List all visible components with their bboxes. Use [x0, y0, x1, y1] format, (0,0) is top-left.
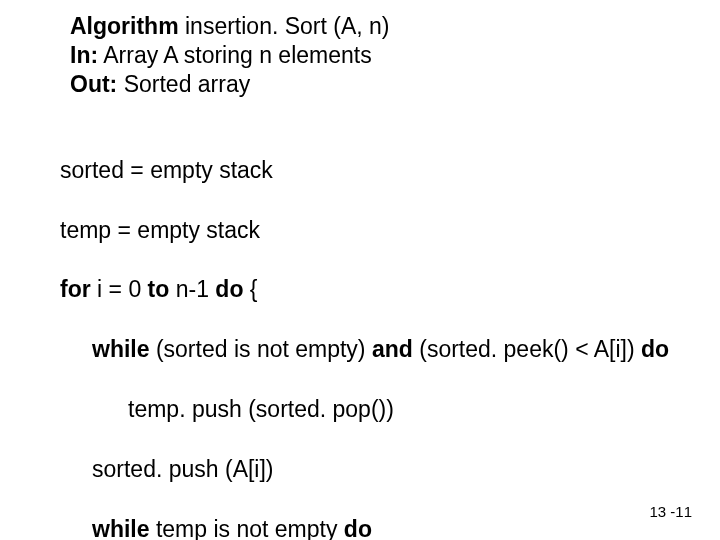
header-line-1: Algorithm insertion. Sort (A, n)	[70, 12, 680, 41]
do-keyword: do	[344, 516, 372, 540]
code-text: {	[243, 276, 257, 302]
out-text: Sorted array	[117, 71, 250, 97]
code-line: while (sorted is not empty) and (sorted.…	[60, 335, 680, 365]
header-line-3: Out: Sorted array	[70, 70, 680, 99]
code-text: temp. push (sorted. pop())	[128, 396, 394, 422]
pseudocode-body: sorted = empty stack temp = empty stack …	[60, 126, 680, 540]
algorithm-header: Algorithm insertion. Sort (A, n) In: Arr…	[70, 12, 680, 98]
code-text: n-1	[169, 276, 215, 302]
code-text: temp is not empty	[150, 516, 344, 540]
do-keyword: do	[641, 336, 669, 362]
code-text: (sorted is not empty)	[150, 336, 372, 362]
code-text: (sorted. peek() < A[i])	[413, 336, 641, 362]
code-text: i = 0	[91, 276, 148, 302]
code-text: sorted. push (A[i])	[92, 456, 274, 482]
to-keyword: to	[148, 276, 170, 302]
while-keyword: while	[92, 516, 150, 540]
code-line: temp = empty stack	[60, 216, 680, 246]
in-text: Array A storing n elements	[98, 42, 372, 68]
code-line: sorted. push (A[i])	[60, 455, 680, 485]
and-keyword: and	[372, 336, 413, 362]
code-line: temp. push (sorted. pop())	[60, 395, 680, 425]
for-keyword: for	[60, 276, 91, 302]
out-keyword: Out:	[70, 71, 117, 97]
slide: Algorithm insertion. Sort (A, n) In: Arr…	[0, 0, 720, 540]
code-text: sorted = empty stack	[60, 157, 273, 183]
algorithm-keyword: Algorithm	[70, 13, 179, 39]
code-line: while temp is not empty do	[60, 515, 680, 540]
do-keyword: do	[215, 276, 243, 302]
in-keyword: In:	[70, 42, 98, 68]
algorithm-signature: insertion. Sort (A, n)	[179, 13, 390, 39]
code-text: temp = empty stack	[60, 217, 260, 243]
header-line-2: In: Array A storing n elements	[70, 41, 680, 70]
code-line: for i = 0 to n-1 do {	[60, 275, 680, 305]
while-keyword: while	[92, 336, 150, 362]
page-number: 13 -11	[649, 503, 692, 520]
code-line: sorted = empty stack	[60, 156, 680, 186]
